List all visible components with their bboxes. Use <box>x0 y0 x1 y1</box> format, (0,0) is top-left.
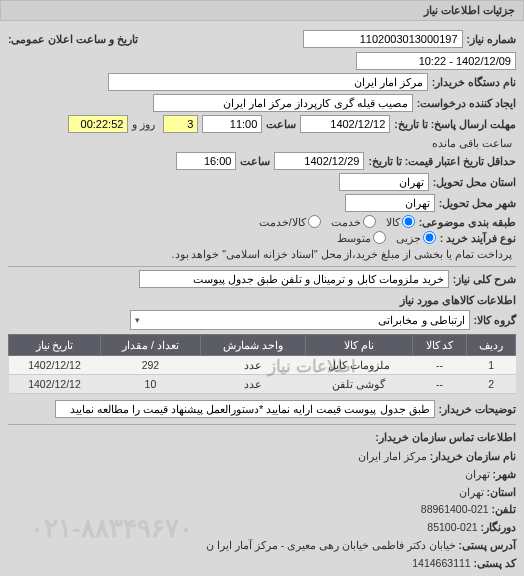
cell-code: -- <box>412 375 467 394</box>
lbl-buyer: نام دستگاه خریدار: <box>432 76 516 88</box>
panel-title: جزئیات اطلاعات نیاز <box>424 4 515 16</box>
cell-idx: 1 <box>467 356 516 375</box>
goods-section-title: اطلاعات کالاهای مورد نیاز <box>8 294 516 307</box>
v-postal-code: 1414663111 <box>412 557 470 569</box>
lbl-buyer-notes: توضیحات خریدار: <box>439 403 516 415</box>
deadline-date-input[interactable] <box>300 115 390 133</box>
province-input[interactable] <box>339 173 429 191</box>
process-radio-0[interactable] <box>423 231 436 244</box>
table-row[interactable]: 2--گوشی تلفنعدد101402/12/12 <box>9 375 516 394</box>
remaining-days <box>163 115 198 133</box>
cell-name: گوشی تلفن <box>305 375 412 394</box>
v-fax: 021-85100 <box>427 521 477 533</box>
process-option-1[interactable]: متوسط <box>337 231 386 244</box>
lbl-province: استان محل تحویل: <box>433 176 516 188</box>
cell-unit: عدد <box>200 375 305 394</box>
v-postal-addr: خیابان دکتر فاطمی خیابان رهی معیری - مرک… <box>206 539 456 551</box>
k-phone: تلفن: <box>492 503 517 515</box>
process-label-1: متوسط <box>337 232 371 244</box>
col-header-3: واحد شمارش <box>200 335 305 356</box>
process-label-0: جزیی <box>396 232 421 244</box>
deadline-time-input[interactable] <box>202 115 262 133</box>
cell-date: 1402/12/12 <box>9 356 101 375</box>
col-header-2: نام کالا <box>305 335 412 356</box>
process-radio-1[interactable] <box>373 231 386 244</box>
req-no-input[interactable] <box>303 30 463 48</box>
k-org-name: نام سازمان خریدار: <box>430 450 516 462</box>
k-postal-addr: آدرس پستی: <box>459 539 516 551</box>
lbl-general-desc: شرح کلی نیاز: <box>453 273 516 285</box>
subject-radio-2[interactable] <box>308 215 321 228</box>
main-panel: شماره نیاز: تاریخ و ساعت اعلان عمومی: نا… <box>0 21 524 576</box>
lbl-city: شهر محل تحویل: <box>439 197 516 209</box>
buyer-input[interactable] <box>108 73 428 91</box>
cell-qty: 10 <box>100 375 200 394</box>
k-city: شهر: <box>493 468 517 480</box>
creator-input[interactable] <box>153 94 413 112</box>
subject-radio-0[interactable] <box>402 215 415 228</box>
subject-label-1: خدمت <box>331 216 361 228</box>
v-city: تهران <box>465 468 490 480</box>
contact-section-title: اطلاعات تماس سازمان خریدار: <box>8 431 516 444</box>
buy-note: پرداخت تمام یا بخشی از مبلغ خرید،از محل … <box>172 248 512 260</box>
lbl-pub-datetime: تاریخ و ساعت اعلان عمومی: <box>8 33 138 45</box>
lbl-creator: ایجاد کننده درخواست: <box>417 97 516 109</box>
subject-option-0[interactable]: کالا <box>386 215 415 228</box>
contact-block: نام سازمان خریدار: مرکز امار ایران شهر: … <box>8 448 516 572</box>
goods-group-input[interactable] <box>144 312 469 328</box>
city-input[interactable] <box>345 194 435 212</box>
subject-label-2: کالا/خدمت <box>259 216 306 228</box>
subject-radio-group: کالاخدمتکالا/خدمت <box>259 215 415 228</box>
lbl-time2: ساعت <box>240 155 270 167</box>
goods-group-combo[interactable]: ▾ <box>130 310 470 330</box>
validity-time-input[interactable] <box>176 152 236 170</box>
cell-name: ملزومات کابل <box>305 356 412 375</box>
subject-label-0: کالا <box>386 216 400 228</box>
col-header-1: کد کالا <box>412 335 467 356</box>
pub-datetime-input[interactable] <box>356 52 516 70</box>
table-row[interactable]: 1--ملزومات کابلعدد2921402/12/12 <box>9 356 516 375</box>
subject-option-2[interactable]: کالا/خدمت <box>259 215 321 228</box>
cell-code: -- <box>412 356 467 375</box>
buyer-notes-input[interactable] <box>55 400 435 418</box>
cell-idx: 2 <box>467 375 516 394</box>
lbl-buy-process: نوع فرآیند خرید : <box>440 232 516 244</box>
validity-date-input[interactable] <box>274 152 364 170</box>
cell-unit: عدد <box>200 356 305 375</box>
general-desc-input[interactable] <box>139 270 449 288</box>
remaining-time <box>68 115 128 133</box>
k-fax: دورنگار: <box>481 521 517 533</box>
lbl-remaining-time: ساعت باقی مانده <box>432 137 512 149</box>
separator-1 <box>8 266 516 267</box>
lbl-time1: ساعت <box>266 118 296 130</box>
v-org-name: مرکز امار ایران <box>358 450 427 462</box>
separator-2 <box>8 424 516 425</box>
v-phone: 021-88961400 <box>421 503 489 515</box>
lbl-deadline: مهلت ارسال پاسخ: تا تاریخ: <box>394 118 516 130</box>
col-header-0: ردیف <box>467 335 516 356</box>
col-header-4: تعداد / مقدار <box>100 335 200 356</box>
process-option-0[interactable]: جزیی <box>396 231 436 244</box>
subject-option-1[interactable]: خدمت <box>331 215 376 228</box>
panel-header: جزئیات اطلاعات نیاز <box>0 0 524 21</box>
k-province: استان: <box>487 486 517 498</box>
lbl-subject-cat: طبقه بندی موضوعی: <box>419 216 516 228</box>
col-header-5: تاریخ نیاز <box>9 335 101 356</box>
process-radio-group: جزییمتوسط <box>337 231 436 244</box>
k-postal-code: کد پستی: <box>474 557 516 569</box>
lbl-goods-group: گروه کالا: <box>474 314 516 326</box>
subject-radio-1[interactable] <box>363 215 376 228</box>
lbl-req-no: شماره نیاز: <box>467 33 516 45</box>
v-province: تهران <box>459 486 484 498</box>
lbl-validity: حداقل تاریخ اعتبار قیمت: تا تاریخ: <box>368 155 516 167</box>
lbl-remaining-days: روز و <box>132 118 155 130</box>
goods-table: ردیفکد کالانام کالاواحد شمارشتعداد / مقد… <box>8 334 516 394</box>
chevron-down-icon[interactable]: ▾ <box>131 315 144 325</box>
cell-date: 1402/12/12 <box>9 375 101 394</box>
cell-qty: 292 <box>100 356 200 375</box>
